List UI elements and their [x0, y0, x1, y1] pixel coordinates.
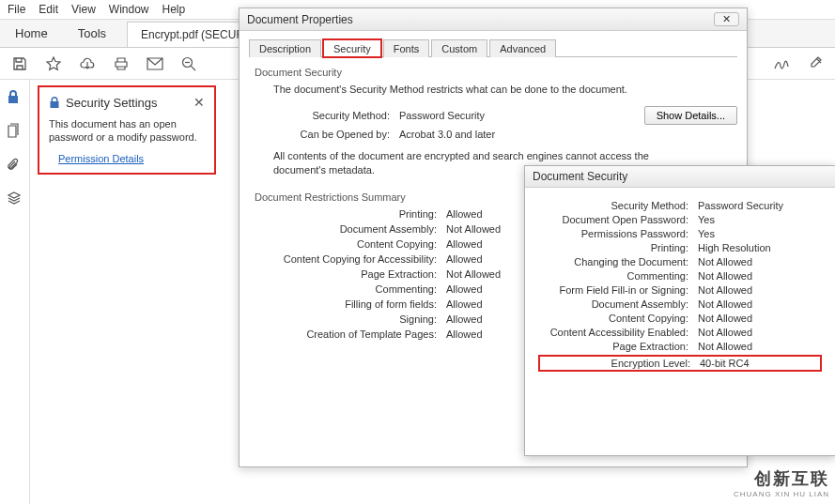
restriction-label: Page Extraction: [249, 268, 437, 280]
security-detail-row: Changing the Document:Not Allowed [538, 256, 822, 267]
print-icon[interactable] [113, 55, 130, 72]
cloud-icon[interactable] [79, 55, 96, 72]
security-detail-label: Content Accessibility Enabled: [538, 327, 688, 338]
star-icon[interactable] [45, 55, 62, 72]
sign-icon[interactable] [773, 55, 790, 72]
document-security-dialog: Document Security Security Method:Passwo… [524, 165, 835, 456]
security-detail-value: 40-bit RC4 [700, 358, 750, 369]
security-settings-title: Security Settings [66, 96, 158, 110]
security-detail-label: Content Copying: [538, 313, 688, 324]
restriction-value: Allowed [446, 208, 483, 220]
dialog-tab-description[interactable]: Description [249, 39, 321, 57]
left-rail [0, 80, 30, 504]
tab-home[interactable]: Home [0, 21, 63, 46]
dialog-tabs: DescriptionSecurityFontsCustomAdvanced [249, 38, 737, 57]
security-detail-row: Content Copying:Not Allowed [538, 313, 822, 324]
row-security-method-label: Security Method: [249, 110, 390, 121]
restriction-label: Signing: [249, 313, 437, 325]
restriction-label: Document Assembly: [249, 223, 437, 235]
restriction-value: Allowed [446, 238, 483, 250]
restriction-value: Not Allowed [446, 268, 501, 280]
menu-window[interactable]: Window [109, 3, 149, 16]
row-opened-by-label: Can be Opened by: [249, 129, 390, 140]
security-detail-row: Document Assembly:Not Allowed [538, 298, 822, 310]
lock-small-icon [49, 96, 60, 109]
restriction-label: Content Copying for Accessibility: [249, 253, 437, 265]
restriction-value: Allowed [446, 313, 483, 325]
security-detail-value: Not Allowed [698, 341, 752, 352]
menu-file[interactable]: File [8, 3, 25, 16]
menu-help[interactable]: Help [162, 3, 186, 16]
security-detail-label: Changing the Document: [538, 256, 688, 267]
svg-line-1 [191, 66, 195, 70]
restriction-label: Printing: [249, 208, 437, 220]
security-detail-label: Security Method: [538, 200, 688, 211]
layers-icon[interactable] [7, 191, 23, 207]
dialog-tab-fonts[interactable]: Fonts [383, 39, 430, 57]
permission-details-link[interactable]: Permission Details [58, 153, 144, 164]
dialog-close-button[interactable]: ✕ [714, 12, 739, 26]
restriction-value: Allowed [446, 283, 483, 295]
dialog-tab-custom[interactable]: Custom [431, 39, 487, 57]
security-detail-value: Not Allowed [698, 270, 752, 282]
security-detail-label: Commenting: [538, 270, 688, 282]
security-detail-value: Not Allowed [698, 298, 752, 310]
security-detail-value: Password Security [698, 200, 783, 211]
menu-view[interactable]: View [71, 3, 96, 16]
security-detail-label: Document Open Password: [538, 214, 688, 225]
restriction-label: Creation of Template Pages: [249, 328, 437, 340]
security-blurb: The document's Security Method restricts… [273, 84, 737, 95]
row-opened-by-value: Acrobat 3.0 and later [399, 129, 495, 140]
eyedropper-icon[interactable] [807, 55, 824, 72]
row-security-method-value: Password Security [399, 110, 485, 121]
security-detail-label: Form Field Fill-in or Signing: [538, 284, 688, 296]
zoom-out-icon[interactable] [180, 55, 197, 72]
security-detail-row: Encryption Level:40-bit RC4 [538, 355, 822, 372]
menu-edit[interactable]: Edit [39, 3, 58, 16]
security-detail-row: Page Extraction:Not Allowed [538, 341, 822, 352]
security-detail-label: Permissions Password: [538, 228, 688, 239]
security-detail-label: Document Assembly: [538, 298, 688, 310]
dialog2-title: Document Security [525, 166, 835, 188]
mail-icon[interactable] [147, 55, 163, 72]
panel-area: Security Settings ✕ This document has an… [30, 80, 224, 504]
security-detail-row: Content Accessibility Enabled:Not Allowe… [538, 327, 822, 338]
restriction-label: Content Copying: [249, 238, 437, 250]
security-detail-row: Permissions Password:Yes [538, 228, 822, 239]
security-detail-value: Yes [698, 228, 715, 239]
tab-tools[interactable]: Tools [63, 21, 121, 46]
close-icon[interactable]: ✕ [193, 95, 205, 110]
restriction-value: Not Allowed [446, 223, 501, 235]
security-settings-desc: This document has an open password or a … [49, 117, 205, 145]
restriction-label: Commenting: [249, 283, 437, 295]
save-icon[interactable] [11, 55, 28, 72]
security-detail-value: Not Allowed [698, 327, 752, 338]
restriction-label: Filling of form fields: [249, 298, 437, 310]
security-detail-label: Page Extraction: [538, 341, 688, 352]
security-detail-row: Form Field Fill-in or Signing:Not Allowe… [538, 284, 822, 296]
dialog-title: Document Properties [247, 13, 353, 26]
security-detail-value: Not Allowed [698, 256, 752, 267]
security-detail-value: High Resolution [698, 242, 771, 253]
restriction-value: Allowed [446, 298, 483, 310]
pages-icon[interactable] [7, 123, 23, 140]
lock-icon[interactable] [7, 89, 23, 106]
dialog-tab-advanced[interactable]: Advanced [489, 39, 556, 57]
security-detail-row: Document Open Password:Yes [538, 214, 822, 225]
dialog-tab-security[interactable]: Security [323, 39, 381, 57]
restriction-value: Allowed [446, 253, 483, 265]
security-detail-value: Not Allowed [698, 284, 752, 296]
security-detail-label: Encryption Level: [540, 358, 690, 369]
security-settings-panel: Security Settings ✕ This document has an… [38, 85, 216, 175]
security-detail-label: Printing: [538, 242, 688, 253]
show-details-button[interactable]: Show Details... [644, 106, 737, 125]
restriction-value: Allowed [446, 328, 483, 340]
security-detail-row: Security Method:Password Security [538, 200, 822, 211]
watermark-logo: 创新互联 CHUANG XIN HU LIAN [734, 467, 829, 498]
security-detail-row: Commenting:Not Allowed [538, 270, 822, 282]
attachment-icon[interactable] [7, 157, 23, 174]
security-detail-value: Yes [698, 214, 715, 225]
section-document-security: Document Security [255, 67, 737, 78]
security-detail-value: Not Allowed [698, 313, 752, 324]
security-detail-row: Printing:High Resolution [538, 242, 822, 253]
